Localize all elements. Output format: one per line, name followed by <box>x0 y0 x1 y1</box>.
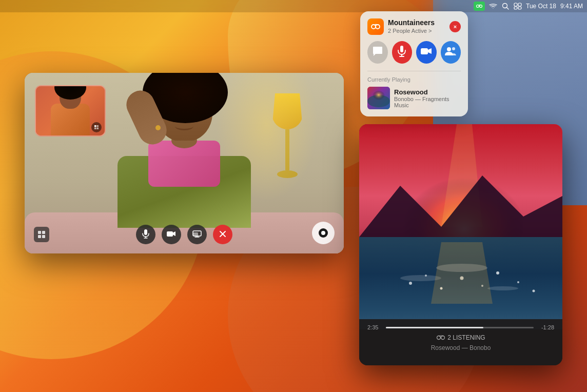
people-icon <box>445 47 456 58</box>
svg-rect-12 <box>38 231 41 234</box>
shareplay-listen-icon <box>436 334 445 342</box>
svg-rect-7 <box>518 7 521 9</box>
facetime-end-call-button[interactable] <box>213 225 232 244</box>
svg-rect-16 <box>144 229 147 235</box>
earring <box>155 125 161 130</box>
woman-figure <box>92 84 277 228</box>
lamp-shade <box>272 93 303 129</box>
svg-point-50 <box>496 271 499 275</box>
lamp <box>272 93 303 196</box>
camera-icon <box>167 230 176 239</box>
playing-row: Rosewood Bonobo — Fragments Music <box>367 87 461 109</box>
shareplay-group-icon <box>367 18 384 35</box>
svg-point-43 <box>487 286 518 290</box>
microphone-icon <box>398 46 406 60</box>
card-header: Mountaineers 2 People Active > × <box>367 18 461 35</box>
menubar-datetime: Tue Oct 18 <box>526 3 556 10</box>
card-action-buttons <box>367 41 461 64</box>
album-art-image <box>367 87 390 109</box>
action-people-button[interactable] <box>441 41 461 64</box>
progress-bar-track[interactable] <box>386 327 534 328</box>
facetime-effects-button[interactable] <box>312 222 335 244</box>
svg-rect-10 <box>94 128 96 130</box>
close-card-button[interactable]: × <box>449 21 461 32</box>
svg-rect-9 <box>97 125 99 127</box>
svg-point-45 <box>409 282 412 285</box>
svg-point-28 <box>371 25 376 29</box>
playing-info: Rosewood Bonobo — Fragments Music <box>394 88 449 108</box>
progress-bar-fill <box>386 327 483 328</box>
end-call-icon <box>219 230 226 239</box>
shareplay-notification-card: Mountaineers 2 People Active > × <box>360 11 468 116</box>
time-elapsed: 2:35 <box>367 324 382 330</box>
card-header-left: Mountaineers 2 People Active > <box>367 18 435 35</box>
facetime-controls-bar <box>136 225 232 244</box>
search-icon[interactable] <box>501 2 510 10</box>
album-art-thumbnail <box>367 87 390 109</box>
music-player-window: 2:35 -1:28 2 LISTENING <box>359 124 562 365</box>
currently-playing-section: Currently Playing <box>367 71 461 109</box>
screen-share-icon <box>192 230 202 239</box>
svg-point-27 <box>321 231 325 235</box>
track-artist: Bonobo — Fragments <box>394 96 449 102</box>
control-center-icon[interactable] <box>514 2 522 10</box>
svg-rect-5 <box>518 3 521 6</box>
facetime-window <box>25 73 344 253</box>
svg-point-53 <box>437 336 441 340</box>
facetime-camera-button[interactable] <box>162 225 181 244</box>
time-remaining: -1:28 <box>538 324 554 330</box>
svg-point-52 <box>533 290 535 292</box>
track-app: Music <box>394 102 449 108</box>
svg-rect-14 <box>38 235 41 238</box>
close-icon: × <box>454 24 457 30</box>
menubar-time: 9:41 AM <box>560 3 583 10</box>
facetime-main-video <box>25 73 344 253</box>
album-art-large <box>359 124 562 329</box>
shareplay-menubar-icon[interactable] <box>474 2 485 11</box>
action-message-button[interactable] <box>367 41 388 64</box>
svg-rect-11 <box>97 128 99 130</box>
svg-point-35 <box>452 47 455 50</box>
action-mic-button[interactable] <box>392 41 413 64</box>
listening-count: 2 LISTENING <box>447 334 485 341</box>
album-art-background <box>359 124 562 329</box>
wifi-icon[interactable] <box>489 2 497 10</box>
currently-playing-label: Currently Playing <box>367 76 461 83</box>
listening-song-row: Rosewood — Bonobo <box>367 343 554 352</box>
svg-rect-33 <box>421 48 428 54</box>
progress-row: 2:35 -1:28 <box>367 324 554 330</box>
pip-head <box>60 85 81 109</box>
mic-icon <box>142 229 149 240</box>
message-bubble-icon <box>372 46 383 59</box>
svg-point-34 <box>447 47 451 51</box>
lamp-base <box>277 170 298 178</box>
group-name: Mountaineers <box>388 18 435 27</box>
listening-row: 2 LISTENING <box>367 334 554 342</box>
svg-point-46 <box>425 275 427 277</box>
pip-window <box>35 85 106 136</box>
svg-rect-8 <box>94 125 96 127</box>
video-camera-icon <box>421 47 432 58</box>
smile <box>175 122 193 130</box>
svg-point-38 <box>373 91 385 101</box>
group-subtitle: 2 People Active > <box>388 27 435 34</box>
facetime-mic-button[interactable] <box>136 225 155 244</box>
menubar-right: Tue Oct 18 9:41 AM <box>474 2 583 11</box>
facetime-screen-share-button[interactable] <box>187 225 207 244</box>
card-title-group: Mountaineers 2 People Active > <box>388 18 435 34</box>
svg-rect-21 <box>193 232 198 236</box>
grid-view-button[interactable] <box>34 227 49 242</box>
track-title: Rosewood <box>394 88 449 96</box>
svg-rect-30 <box>400 46 403 52</box>
menubar: Tue Oct 18 9:41 AM <box>0 0 587 12</box>
desktop: Tue Oct 18 9:41 AM <box>0 0 587 392</box>
action-video-button[interactable] <box>416 41 437 64</box>
lamp-body <box>285 129 289 170</box>
album-art-svg <box>359 124 562 329</box>
svg-rect-13 <box>42 231 45 234</box>
pip-minimize-badge[interactable] <box>91 122 102 132</box>
svg-rect-15 <box>42 235 45 238</box>
svg-point-51 <box>517 281 519 283</box>
listening-info: 2 LISTENING <box>436 334 485 342</box>
music-controls: 2:35 -1:28 2 LISTENING <box>359 319 562 365</box>
